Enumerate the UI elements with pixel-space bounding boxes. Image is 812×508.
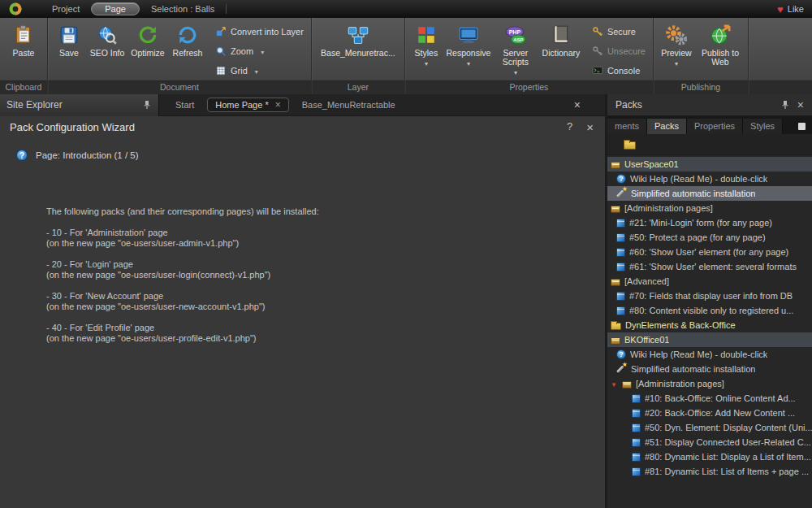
- seo-info-button[interactable]: SEO Info: [88, 20, 127, 58]
- page-menu[interactable]: Page: [91, 2, 140, 15]
- pack-item: - 30 - For 'New Account' page(on the new…: [46, 291, 605, 312]
- secure-label: Secure: [607, 27, 636, 37]
- console-button[interactable]: Console: [588, 61, 650, 80]
- document-tabs-close-button[interactable]: [574, 98, 581, 112]
- styles-label: Styles: [415, 49, 438, 58]
- tree-item[interactable]: #21: 'Mini-Login' form (for any page): [607, 215, 812, 230]
- tree-item-label: #60: 'Show User' element (for any page): [629, 247, 788, 257]
- pack-item-page: (on the new page "oe-users/user-profile-…: [46, 333, 605, 344]
- tree-item[interactable]: UserSpace01: [607, 157, 812, 172]
- editor-column: Site Explorer StartHome Page *Base_MenuR…: [0, 94, 605, 508]
- like-button[interactable]: Like: [777, 3, 804, 15]
- pack-item-name: - 10 - For 'Administration' page: [46, 228, 605, 238]
- optimize-button[interactable]: Optimize: [128, 20, 167, 58]
- pin-icon[interactable]: [142, 100, 152, 110]
- secure-button[interactable]: Secure: [588, 22, 650, 41]
- preview-button[interactable]: Preview: [658, 20, 695, 66]
- tree-item[interactable]: #80: Dynamic List: Display a List of Ite…: [607, 449, 812, 464]
- publish-label: Publish to Web: [698, 49, 742, 67]
- panel-tab-properties[interactable]: Properties: [687, 119, 743, 134]
- styles-button[interactable]: Styles: [409, 20, 443, 66]
- tree-item[interactable]: BKOffice01: [607, 332, 812, 347]
- convert-into-layer-label: Convert into Layer: [231, 27, 304, 37]
- tree-item[interactable]: #81: Dynamic List: List of Items + page …: [607, 464, 812, 479]
- tree-item[interactable]: [Advanced]: [607, 274, 812, 289]
- server-scripts-button[interactable]: PHPASP Server Scripts: [494, 20, 538, 75]
- expand-arrow-icon[interactable]: [611, 379, 618, 389]
- wizard-close-button[interactable]: [586, 120, 594, 134]
- tree-item[interactable]: [Administration pages]: [607, 376, 812, 391]
- tree-item[interactable]: Simplified automatic installation: [607, 362, 812, 376]
- tree-item-label: Simplified automatic installation: [631, 189, 755, 198]
- tree-item[interactable]: #70: Fields that display user info from …: [607, 289, 812, 303]
- close-tab-icon[interactable]: [275, 100, 281, 110]
- save-button[interactable]: Save: [52, 20, 86, 58]
- wizard-help-button[interactable]: [567, 120, 572, 134]
- document-tab[interactable]: Base_MenuRetractable: [294, 98, 404, 112]
- tree-item[interactable]: Wiki Help (Read Me) - double-click: [607, 172, 812, 186]
- tree-item-label: BKOffice01: [624, 335, 669, 345]
- tree-item[interactable]: #50: Protect a page (for any page): [607, 230, 812, 245]
- responsive-button[interactable]: Responsive: [445, 20, 492, 66]
- panel-tab-ments[interactable]: ments: [607, 119, 647, 134]
- base-layer-button[interactable]: Base_Menuretrac...: [316, 20, 400, 58]
- app-window: Project Page Selection : Balls Like Past…: [0, 0, 812, 508]
- refresh-button[interactable]: Refresh: [169, 20, 206, 58]
- cube-icon: [632, 453, 641, 462]
- pin-icon[interactable]: [780, 100, 790, 110]
- paste-button[interactable]: Paste: [4, 20, 43, 58]
- wizard-header: Pack Configuration Wizard: [0, 116, 605, 137]
- convert-into-layer-button[interactable]: Convert into Layer: [211, 22, 308, 41]
- seo-info-icon: [97, 23, 118, 47]
- project-menu[interactable]: Project: [52, 4, 80, 14]
- dictionary-icon: [551, 23, 572, 47]
- document-tab[interactable]: Home Page *: [207, 98, 288, 112]
- tree-item[interactable]: #50: Dyn. Element: Display Content (Uni.…: [607, 420, 812, 435]
- package-icon: [611, 279, 620, 286]
- tree-item[interactable]: #51: Display Connected User-Related C...: [607, 435, 812, 449]
- document-tab-label: Start: [175, 100, 194, 110]
- cube-icon: [632, 438, 641, 447]
- publish-button[interactable]: Publish to Web: [697, 20, 744, 67]
- zoom-icon: [215, 46, 227, 57]
- tree-item[interactable]: #60: 'Show User' element (for any page): [607, 245, 812, 259]
- grid-icon: [215, 65, 227, 76]
- tree-item-label: #51: Display Connected User-Related C...: [645, 437, 811, 447]
- document-tab[interactable]: Start: [167, 98, 202, 112]
- help-icon: [616, 350, 626, 359]
- zoom-button[interactable]: Zoom: [211, 41, 308, 61]
- wizard-pack-list: - 10 - For 'Administration' page(on the …: [46, 228, 605, 344]
- app-logo-icon[interactable]: [8, 2, 23, 16]
- tree-item[interactable]: Simplified automatic installation: [607, 186, 812, 201]
- cube-icon: [616, 292, 625, 301]
- cube-icon: [616, 219, 625, 228]
- tree-item[interactable]: #20: Back-Office: Add New Content ...: [607, 406, 812, 420]
- wizard-title: Pack Configuration Wizard: [10, 121, 135, 133]
- selection-label: Selection : Balls: [151, 4, 214, 14]
- grid-button[interactable]: Grid: [211, 61, 308, 80]
- tree-item-label: #80: Content visible only to registered …: [629, 306, 793, 315]
- panel-tabs-overflow-button[interactable]: [798, 123, 806, 130]
- pack-folder-button[interactable]: [624, 141, 636, 150]
- unsecure-button[interactable]: Unsecure: [588, 41, 650, 61]
- packs-close-button[interactable]: [797, 98, 804, 111]
- ribbon-group-clipboard: Paste Clipboard: [0, 18, 48, 94]
- dropdown-arrow-icon: [257, 46, 264, 56]
- tree-item[interactable]: #10: Back-Office: Online Content Ad...: [607, 391, 812, 406]
- panel-tab-styles[interactable]: Styles: [743, 119, 783, 134]
- site-explorer-header[interactable]: Site Explorer: [0, 94, 159, 116]
- tree-item[interactable]: Wiki Help (Read Me) - double-click: [607, 347, 812, 362]
- separator: [226, 4, 227, 14]
- tree-item-label: DynElements & Back-Office: [625, 320, 736, 330]
- panel-tab-packs[interactable]: Packs: [647, 119, 687, 134]
- pack-configuration-wizard: Pack Configuration Wizard Page: Introduc…: [0, 116, 605, 508]
- pack-item-name: - 20 - For 'Login' page: [46, 259, 605, 270]
- tree-item[interactable]: #61: 'Show User' element: several format…: [607, 259, 812, 274]
- wizard-step-icon: [16, 150, 28, 161]
- dictionary-button[interactable]: Dictionary: [539, 20, 583, 58]
- tree-item[interactable]: [Administration pages]: [607, 201, 812, 215]
- tree-item[interactable]: #80: Content visible only to registered …: [607, 303, 812, 318]
- tree-item[interactable]: DynElements & Back-Office: [607, 318, 812, 332]
- titlebar: Project Page Selection : Balls Like: [0, 0, 812, 18]
- ribbon-group-publishing: Preview Publish to Web Publishing: [654, 18, 749, 94]
